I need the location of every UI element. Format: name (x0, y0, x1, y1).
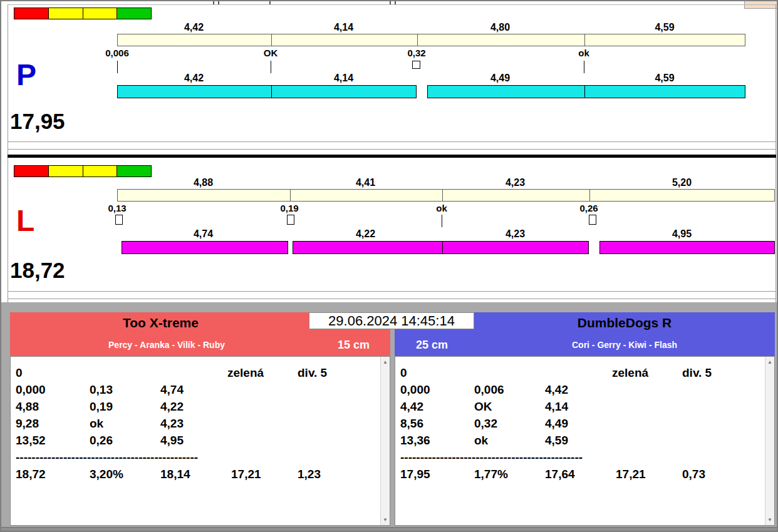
tick-label: 0,32 (398, 48, 435, 58)
result-cell: 8,56 (400, 417, 423, 431)
result-cell: zelená (227, 366, 264, 380)
scroll-up-icon[interactable]: ▲ (381, 359, 390, 365)
track-divider (417, 34, 418, 46)
split-track-l (117, 189, 775, 202)
lane-total-l: 18,72 (10, 259, 65, 281)
summary-cell: 17,95 (400, 468, 430, 481)
separator-line (8, 291, 776, 292)
status-bar (1, 527, 778, 532)
team-members-left: Percy - Aranka - Vilík - Ruby (10, 340, 323, 350)
split-time-bottom: 4,49 (417, 73, 584, 84)
fault-checkbox[interactable] (115, 215, 123, 225)
window-chrome-corner (744, 1, 777, 9)
result-cell: 0,32 (474, 417, 497, 431)
tick-label: 0,006 (95, 48, 139, 58)
status-lights-l (14, 165, 152, 177)
summary-cell: 1,77% (474, 468, 508, 481)
light-green (117, 8, 151, 19)
tick-mark (117, 61, 118, 73)
result-cell: 0,006 (474, 383, 504, 397)
result-cell: 4,88 (16, 400, 39, 414)
tick-mark (584, 61, 584, 73)
result-cell: 4,42 (545, 383, 568, 397)
app-window: 4,42 4,14 4,80 4,59 0,006 OK 0,32 ok 4,4… (0, 0, 778, 532)
summary-cell: 18,14 (160, 468, 190, 481)
bar-divider (442, 242, 443, 253)
frame-line (775, 4, 776, 302)
split-time-top: 4,41 (289, 177, 442, 188)
team-members-right: Cori - Gerry - Kiwi - Flash (474, 340, 775, 350)
result-cell: 4,23 (160, 417, 184, 431)
scroll-down-icon[interactable]: ▼ (381, 517, 390, 523)
divider-row: ----------------------------------------… (400, 451, 583, 464)
summary-cell: 18,72 (16, 468, 46, 481)
split-time-top: 4,42 (117, 22, 271, 33)
fault-checkbox[interactable] (412, 61, 420, 69)
split-time-bottom: 4,42 (117, 73, 271, 84)
scrollbar[interactable]: ▲ ▼ (380, 357, 390, 525)
divider-row: ----------------------------------------… (16, 451, 198, 464)
split-time-top: 4,59 (584, 22, 745, 33)
track-divider (584, 34, 585, 46)
result-cell: 0 (16, 366, 23, 380)
tick-label: ok (423, 203, 460, 213)
result-cell: 0,000 (16, 383, 46, 397)
frame-line (8, 4, 776, 5)
result-cell: 4,49 (545, 417, 568, 431)
bar-divider (271, 86, 272, 98)
summary-cell: 17,21 (231, 468, 261, 481)
scroll-down-icon[interactable]: ▼ (765, 517, 774, 523)
split-time-bottom: 4,59 (584, 73, 745, 84)
separator-line (8, 149, 776, 150)
status-lights-p (14, 8, 152, 19)
lap-bar-p (427, 85, 745, 98)
result-cell: ok (474, 434, 488, 448)
result-cell: 4,42 (400, 400, 423, 414)
separator-line (8, 141, 776, 142)
tick-label: OK (252, 48, 289, 58)
result-cell: 13,36 (400, 434, 430, 448)
frame-line (8, 4, 8, 302)
track-divider (271, 34, 272, 46)
lap-bar-l (599, 241, 775, 254)
split-time-bottom: 4,23 (442, 228, 589, 240)
team-name-right: DumbleDogs R (474, 315, 775, 330)
lap-bar-l (122, 241, 288, 254)
scrollbar[interactable]: ▲ ▼ (765, 357, 774, 525)
light-yellow (83, 166, 118, 176)
light-yellow (49, 8, 83, 19)
tick-label: ok (565, 48, 603, 58)
bar-divider (584, 86, 585, 98)
split-time-top: 4,80 (417, 22, 584, 33)
result-cell: zelená (612, 366, 648, 380)
light-yellow (49, 166, 83, 176)
tick-mark (442, 215, 442, 227)
fault-checkbox[interactable] (589, 215, 596, 225)
split-time-top: 4,14 (271, 22, 417, 33)
result-cell: OK (474, 400, 492, 414)
result-cell: 0 (400, 366, 407, 380)
result-cell: 4,59 (545, 434, 568, 448)
summary-cell: 1,23 (298, 468, 321, 481)
result-cell: 0,13 (90, 383, 113, 397)
scroll-up-icon[interactable]: ▲ (765, 359, 774, 365)
tick-label: 0,19 (271, 203, 308, 213)
fault-checkbox[interactable] (287, 215, 294, 225)
timestamp: 29.06.2024 14:45:14 (309, 312, 474, 329)
split-time-bottom: 4,14 (271, 73, 417, 84)
lane-total-p: 17,95 (10, 110, 65, 132)
result-cell: 9,28 (16, 417, 39, 431)
track-divider (290, 190, 291, 201)
summary-cell: 0,73 (682, 468, 705, 481)
split-time-bottom: 4,95 (589, 228, 775, 240)
result-cell: 0,19 (90, 400, 113, 414)
light-yellow (83, 8, 118, 19)
split-time-top: 5,20 (589, 177, 775, 188)
result-cell: 4,74 (160, 383, 184, 397)
lane-divider (8, 155, 776, 158)
lap-bar-p (117, 85, 417, 98)
jump-height-left: 15 cm (330, 339, 377, 352)
separator-line (8, 299, 776, 299)
split-time-top: 4,23 (442, 177, 589, 188)
light-red (14, 166, 49, 176)
